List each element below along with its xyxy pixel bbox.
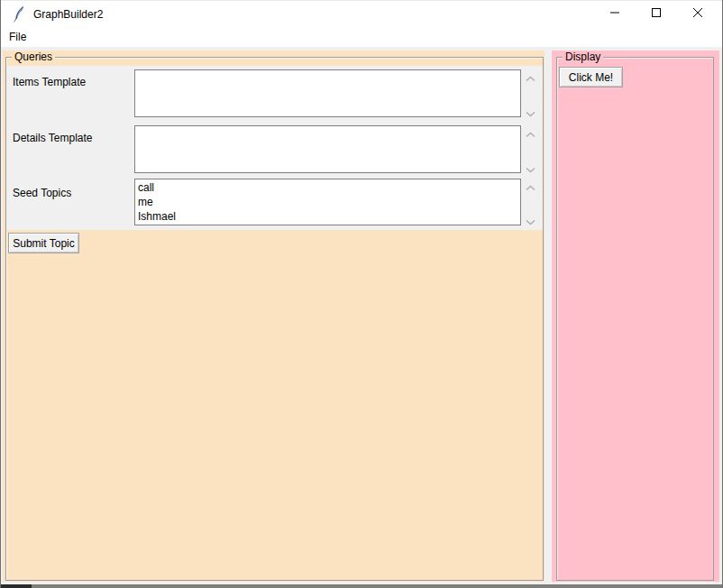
bottom-edge-dark-segment: [1, 584, 32, 588]
seed-topics-scroll-down[interactable]: [525, 217, 535, 225]
queries-labelframe: Queries Items Template Details Template …: [5, 57, 544, 581]
details-template-textarea[interactable]: [134, 125, 521, 173]
close-icon: [692, 7, 703, 21]
maximize-icon: [651, 7, 662, 21]
details-template-scroll-up[interactable]: [525, 130, 535, 137]
items-template-label: Items Template: [13, 76, 86, 88]
list-item[interactable]: call: [138, 180, 520, 195]
minimize-button[interactable]: [594, 1, 636, 28]
menu-file[interactable]: File: [3, 29, 32, 45]
items-template-scroll-down[interactable]: [525, 109, 535, 116]
chevron-down-icon: [526, 215, 535, 228]
list-item[interactable]: me: [138, 195, 520, 209]
chevron-up-icon: [526, 71, 535, 85]
minimize-icon: [609, 7, 620, 21]
chevron-up-icon: [526, 180, 535, 194]
queries-panel: Queries Items Template Details Template …: [3, 51, 545, 582]
bottom-edge-gray-segment: [32, 584, 722, 588]
tk-feather-icon: [13, 6, 25, 23]
maximize-button[interactable]: [636, 1, 677, 28]
menubar: File: [1, 27, 722, 47]
list-item[interactable]: Ishmael: [138, 209, 520, 224]
queries-legend: Queries: [12, 51, 55, 63]
window-controls: [594, 1, 718, 28]
chevron-up-icon: [526, 127, 535, 141]
chevron-down-icon: [526, 162, 535, 176]
display-panel: Display Click Me!: [552, 51, 719, 582]
details-template-scroll-down[interactable]: [525, 165, 535, 172]
items-template-scroll-up[interactable]: [525, 74, 535, 81]
items-template-textarea[interactable]: [134, 69, 521, 117]
seed-topics-scroll-up[interactable]: [525, 183, 535, 190]
window-bottom-edge: [1, 584, 722, 588]
submit-topic-button[interactable]: Submit Topic: [8, 233, 79, 253]
window-title: GraphBuilder2: [33, 8, 103, 21]
click-me-button[interactable]: Click Me!: [559, 67, 623, 87]
titlebar: GraphBuilder2: [1, 0, 722, 27]
details-template-label: Details Template: [13, 132, 93, 144]
queries-form-frame: Items Template Details Template Seed Top…: [6, 66, 543, 230]
app-window: { "window": { "title": "GraphBuilder2", …: [0, 0, 723, 588]
seed-topics-label: Seed Topics: [13, 187, 71, 199]
display-legend: Display: [563, 51, 603, 63]
display-labelframe: Display Click Me!: [556, 57, 714, 581]
seed-topics-listbox[interactable]: call me Ishmael: [134, 179, 521, 225]
close-button[interactable]: [677, 1, 718, 28]
chevron-down-icon: [526, 106, 535, 120]
